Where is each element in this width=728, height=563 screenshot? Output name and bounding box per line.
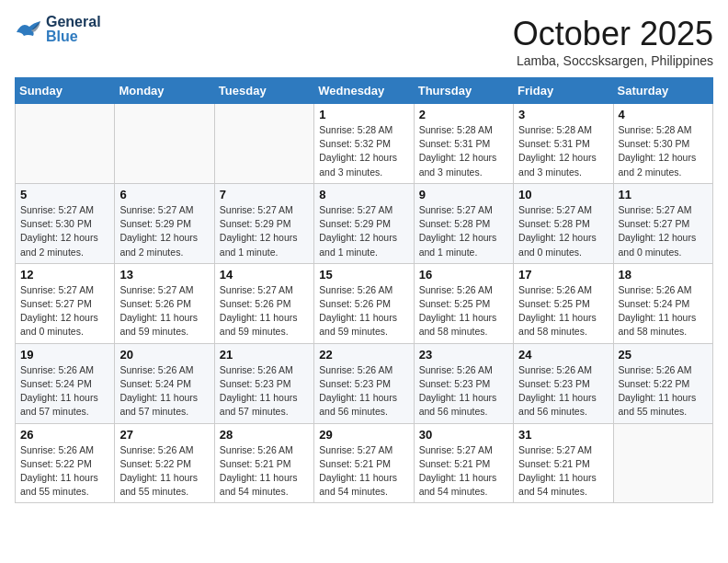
calendar: SundayMondayTuesdayWednesdayThursdayFrid…	[15, 77, 713, 503]
calendar-cell: 29Sunrise: 5:27 AM Sunset: 5:21 PM Dayli…	[314, 423, 414, 503]
day-number: 5	[20, 188, 109, 201]
calendar-cell: 24Sunrise: 5:26 AM Sunset: 5:23 PM Dayli…	[514, 343, 613, 423]
day-number: 28	[220, 428, 309, 442]
day-info: Sunrise: 5:28 AM Sunset: 5:30 PM Dayligh…	[619, 123, 708, 179]
header: General Blue October 2025 Lamba, Soccsks…	[15, 15, 713, 68]
day-info: Sunrise: 5:27 AM Sunset: 5:21 PM Dayligh…	[319, 443, 408, 500]
logo-general: General	[46, 15, 101, 29]
day-info: Sunrise: 5:27 AM Sunset: 5:26 PM Dayligh…	[220, 283, 309, 339]
day-info: Sunrise: 5:26 AM Sunset: 5:23 PM Dayligh…	[220, 363, 309, 419]
day-info: Sunrise: 5:27 AM Sunset: 5:27 PM Dayligh…	[619, 203, 708, 259]
day-number: 17	[518, 268, 608, 282]
day-info: Sunrise: 5:27 AM Sunset: 5:21 PM Dayligh…	[518, 443, 608, 500]
day-number: 19	[20, 348, 109, 362]
day-number: 12	[20, 268, 109, 282]
day-number: 2	[419, 108, 508, 121]
calendar-cell: 7Sunrise: 5:27 AM Sunset: 5:29 PM Daylig…	[214, 183, 313, 263]
calendar-cell: 17Sunrise: 5:26 AM Sunset: 5:25 PM Dayli…	[514, 263, 613, 343]
day-number: 24	[518, 348, 608, 362]
day-info: Sunrise: 5:26 AM Sunset: 5:24 PM Dayligh…	[119, 363, 209, 419]
day-info: Sunrise: 5:26 AM Sunset: 5:22 PM Dayligh…	[619, 363, 708, 419]
day-info: Sunrise: 5:26 AM Sunset: 5:24 PM Dayligh…	[619, 283, 708, 339]
day-number: 15	[319, 268, 408, 282]
calendar-cell: 8Sunrise: 5:27 AM Sunset: 5:29 PM Daylig…	[314, 183, 414, 263]
day-info: Sunrise: 5:26 AM Sunset: 5:23 PM Dayligh…	[419, 363, 508, 419]
day-number: 10	[518, 188, 608, 201]
week-row-4: 19Sunrise: 5:26 AM Sunset: 5:24 PM Dayli…	[16, 343, 713, 423]
day-info: Sunrise: 5:27 AM Sunset: 5:28 PM Dayligh…	[419, 203, 508, 259]
calendar-cell: 30Sunrise: 5:27 AM Sunset: 5:21 PM Dayli…	[414, 423, 513, 503]
day-info: Sunrise: 5:28 AM Sunset: 5:31 PM Dayligh…	[419, 123, 508, 179]
logo-bird-icon	[15, 19, 44, 40]
calendar-cell	[613, 423, 712, 503]
day-number: 25	[619, 348, 708, 362]
calendar-cell	[16, 104, 115, 184]
day-info: Sunrise: 5:26 AM Sunset: 5:25 PM Dayligh…	[518, 283, 608, 339]
calendar-cell: 25Sunrise: 5:26 AM Sunset: 5:22 PM Dayli…	[613, 343, 712, 423]
weekday-wednesday: Wednesday	[314, 78, 414, 104]
day-number: 21	[220, 348, 309, 362]
day-number: 26	[20, 428, 109, 442]
day-number: 4	[619, 108, 708, 121]
day-info: Sunrise: 5:27 AM Sunset: 5:26 PM Dayligh…	[119, 283, 209, 339]
calendar-cell: 20Sunrise: 5:26 AM Sunset: 5:24 PM Dayli…	[115, 343, 214, 423]
day-number: 14	[220, 268, 309, 282]
day-info: Sunrise: 5:26 AM Sunset: 5:22 PM Dayligh…	[20, 443, 109, 500]
day-number: 30	[419, 428, 508, 442]
calendar-cell: 9Sunrise: 5:27 AM Sunset: 5:28 PM Daylig…	[414, 183, 513, 263]
location: Lamba, Soccsksargen, Philippines	[513, 53, 713, 68]
weekday-header-row: SundayMondayTuesdayWednesdayThursdayFrid…	[16, 78, 713, 104]
week-row-2: 5Sunrise: 5:27 AM Sunset: 5:30 PM Daylig…	[16, 183, 713, 263]
day-number: 18	[619, 268, 708, 282]
day-info: Sunrise: 5:27 AM Sunset: 5:29 PM Dayligh…	[319, 203, 408, 259]
calendar-cell: 6Sunrise: 5:27 AM Sunset: 5:29 PM Daylig…	[115, 183, 214, 263]
day-info: Sunrise: 5:27 AM Sunset: 5:30 PM Dayligh…	[20, 203, 109, 259]
calendar-cell: 13Sunrise: 5:27 AM Sunset: 5:26 PM Dayli…	[115, 263, 214, 343]
day-number: 11	[619, 188, 708, 201]
day-info: Sunrise: 5:26 AM Sunset: 5:25 PM Dayligh…	[419, 283, 508, 339]
day-number: 8	[319, 188, 408, 201]
day-info: Sunrise: 5:26 AM Sunset: 5:21 PM Dayligh…	[220, 443, 309, 500]
calendar-cell: 21Sunrise: 5:26 AM Sunset: 5:23 PM Dayli…	[214, 343, 313, 423]
calendar-cell: 5Sunrise: 5:27 AM Sunset: 5:30 PM Daylig…	[16, 183, 115, 263]
calendar-cell: 1Sunrise: 5:28 AM Sunset: 5:32 PM Daylig…	[314, 104, 414, 184]
day-info: Sunrise: 5:26 AM Sunset: 5:26 PM Dayligh…	[319, 283, 408, 339]
day-number: 9	[419, 188, 508, 201]
weekday-thursday: Thursday	[414, 78, 513, 104]
day-info: Sunrise: 5:26 AM Sunset: 5:24 PM Dayligh…	[20, 363, 109, 419]
calendar-cell: 22Sunrise: 5:26 AM Sunset: 5:23 PM Dayli…	[314, 343, 414, 423]
calendar-cell: 31Sunrise: 5:27 AM Sunset: 5:21 PM Dayli…	[514, 423, 613, 503]
calendar-cell: 11Sunrise: 5:27 AM Sunset: 5:27 PM Dayli…	[613, 183, 712, 263]
week-row-5: 26Sunrise: 5:26 AM Sunset: 5:22 PM Dayli…	[16, 423, 713, 503]
calendar-cell	[115, 104, 214, 184]
weekday-monday: Monday	[115, 78, 214, 104]
day-number: 7	[220, 188, 309, 201]
weekday-tuesday: Tuesday	[214, 78, 313, 104]
day-number: 3	[518, 108, 608, 121]
day-info: Sunrise: 5:28 AM Sunset: 5:32 PM Dayligh…	[319, 123, 408, 179]
calendar-cell: 27Sunrise: 5:26 AM Sunset: 5:22 PM Dayli…	[115, 423, 214, 503]
day-info: Sunrise: 5:26 AM Sunset: 5:23 PM Dayligh…	[518, 363, 608, 419]
calendar-cell: 14Sunrise: 5:27 AM Sunset: 5:26 PM Dayli…	[214, 263, 313, 343]
day-number: 16	[419, 268, 508, 282]
weekday-friday: Friday	[514, 78, 613, 104]
calendar-cell: 10Sunrise: 5:27 AM Sunset: 5:28 PM Dayli…	[514, 183, 613, 263]
day-number: 6	[119, 188, 209, 201]
day-info: Sunrise: 5:26 AM Sunset: 5:23 PM Dayligh…	[319, 363, 408, 419]
day-info: Sunrise: 5:27 AM Sunset: 5:29 PM Dayligh…	[119, 203, 209, 259]
calendar-cell: 16Sunrise: 5:26 AM Sunset: 5:25 PM Dayli…	[414, 263, 513, 343]
calendar-cell: 4Sunrise: 5:28 AM Sunset: 5:30 PM Daylig…	[613, 104, 712, 184]
day-number: 27	[119, 428, 209, 442]
day-info: Sunrise: 5:27 AM Sunset: 5:28 PM Dayligh…	[518, 203, 608, 259]
calendar-cell: 23Sunrise: 5:26 AM Sunset: 5:23 PM Dayli…	[414, 343, 513, 423]
week-row-1: 1Sunrise: 5:28 AM Sunset: 5:32 PM Daylig…	[16, 104, 713, 184]
day-info: Sunrise: 5:28 AM Sunset: 5:31 PM Dayligh…	[518, 123, 608, 179]
calendar-cell: 12Sunrise: 5:27 AM Sunset: 5:27 PM Dayli…	[16, 263, 115, 343]
day-info: Sunrise: 5:27 AM Sunset: 5:21 PM Dayligh…	[419, 443, 508, 500]
day-number: 23	[419, 348, 508, 362]
logo-blue: Blue	[46, 29, 101, 44]
calendar-cell	[214, 104, 313, 184]
calendar-cell: 2Sunrise: 5:28 AM Sunset: 5:31 PM Daylig…	[414, 104, 513, 184]
calendar-cell: 3Sunrise: 5:28 AM Sunset: 5:31 PM Daylig…	[514, 104, 613, 184]
day-info: Sunrise: 5:26 AM Sunset: 5:22 PM Dayligh…	[119, 443, 209, 500]
